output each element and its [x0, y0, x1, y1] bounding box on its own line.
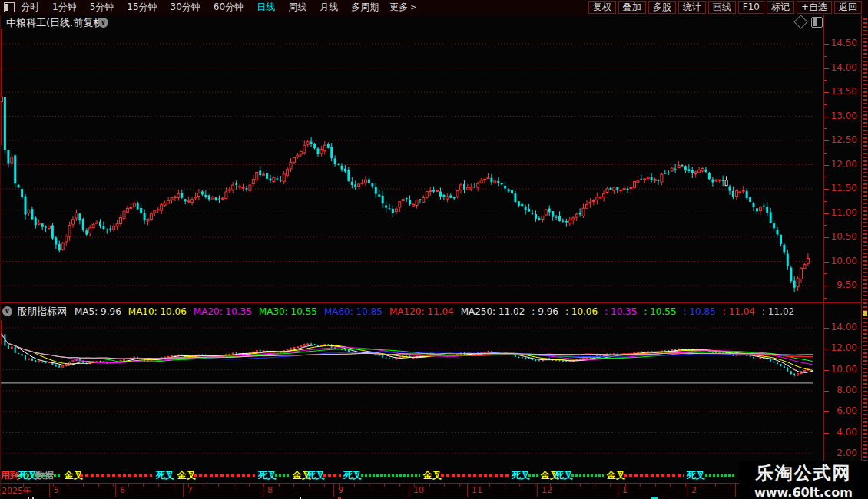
- date-minor-tick: [263, 484, 264, 487]
- main-y-label: 14.00: [827, 62, 857, 73]
- ma-value-4: MA30: 10.55: [259, 306, 317, 317]
- chevron-right-icon: >: [410, 3, 416, 12]
- collapse-chevron-icon[interactable]: ∨: [2, 306, 12, 316]
- date-minor-tick: [399, 484, 400, 487]
- signal-line-red: [194, 474, 255, 477]
- signal-line-green: [705, 474, 736, 477]
- date-minor-tick: [158, 484, 159, 487]
- sub-y-tick: [824, 454, 829, 454]
- toolbar-button-7[interactable]: 标记: [767, 1, 794, 14]
- main-y-minor-tick: [824, 80, 827, 81]
- main-y-tick: [824, 117, 829, 117]
- more-menu[interactable]: 更多>: [389, 1, 416, 14]
- date-axis[interactable]: 2025年 56789101112123: [0, 483, 823, 497]
- date-minor-tick: [595, 484, 595, 487]
- main-y-minor-tick: [824, 177, 827, 177]
- main-y-label: 10.50: [827, 231, 857, 242]
- signal-label-10: 死叉: [343, 469, 362, 482]
- date-minor-tick: [204, 484, 204, 487]
- ma-value-8: : 9.96: [532, 306, 558, 317]
- date-minor-tick: [715, 484, 716, 487]
- main-y-tick: [824, 68, 829, 69]
- date-minor-tick: [279, 484, 280, 487]
- date-minor-tick: [38, 484, 38, 487]
- diamond-icon[interactable]: [793, 15, 807, 28]
- period-tab-10[interactable]: 多周期: [351, 1, 379, 14]
- month-label-9: 9: [338, 485, 343, 495]
- watermark: 乐淘公式网 www.60lt.com: [739, 461, 868, 499]
- date-minor-tick: [565, 484, 565, 487]
- toolbar-button-1[interactable]: 复权: [588, 1, 616, 14]
- period-tab-2[interactable]: 1分钟: [52, 1, 77, 14]
- ma-legend: MA5: 9.96MA10: 10.06MA20: 10.35MA30: 10.…: [75, 306, 794, 317]
- date-minor-tick: [580, 484, 581, 487]
- signal-label-9: 死叉: [306, 469, 325, 482]
- date-minor-tick: [174, 484, 174, 487]
- period-tab-5[interactable]: 30分钟: [171, 1, 200, 14]
- date-minor-tick: [234, 484, 234, 487]
- chart-right-border: [823, 15, 824, 496]
- indicator-name: 股朋指标网: [17, 305, 67, 319]
- period-tabs: 分时1分钟5分钟15分钟30分钟60分钟日线周线月线多周期: [21, 1, 379, 14]
- toolbar-button-8[interactable]: +自选: [797, 1, 832, 14]
- layout-split-icon[interactable]: [4, 2, 15, 12]
- sub-y-label: 10.00: [827, 364, 857, 375]
- month-label-5: 5: [54, 485, 59, 495]
- date-minor-tick: [701, 484, 701, 487]
- signal-label-11: 金叉: [423, 469, 442, 482]
- date-minor-tick: [98, 484, 99, 487]
- main-y-tick: [824, 140, 829, 141]
- date-minor-tick: [324, 484, 325, 487]
- date-minor-tick: [731, 484, 731, 487]
- period-tab-6[interactable]: 60分钟: [214, 1, 244, 14]
- main-y-minor-tick: [824, 201, 827, 202]
- date-minor-tick: [128, 484, 129, 487]
- month-label-8: 8: [267, 485, 273, 495]
- collapse-chevron-icon[interactable]: ∨: [98, 18, 108, 28]
- month-separator: [618, 484, 618, 497]
- sub-y-tick: [824, 433, 829, 434]
- ma-indicator-chart[interactable]: [0, 319, 823, 482]
- toolbar-button-2[interactable]: 叠加: [618, 1, 646, 14]
- date-minor-tick: [459, 484, 460, 487]
- main-y-minor-tick: [824, 273, 827, 274]
- sub-y-tick: [824, 349, 829, 349]
- ma-value-14: : 11.02: [762, 306, 794, 317]
- panel-separator: [0, 302, 861, 303]
- toolbar-button-3[interactable]: 多股: [648, 1, 676, 14]
- month-label-6: 6: [120, 485, 125, 495]
- period-tab-9[interactable]: 月线: [320, 1, 338, 14]
- watermark-site-name: 乐淘公式网: [739, 461, 868, 485]
- ma-value-7: MA250: 11.02: [461, 306, 525, 317]
- chart-title-bar: 中粮科工(日线.前复权) ∨: [0, 15, 823, 29]
- right-side-strip: [861, 15, 868, 499]
- date-minor-tick: [143, 484, 144, 487]
- toolbar-button-5[interactable]: 画线: [708, 1, 736, 14]
- date-minor-tick: [218, 484, 219, 487]
- period-tab-8[interactable]: 周线: [288, 1, 306, 14]
- period-tab-4[interactable]: 15分钟: [127, 1, 157, 14]
- sub-y-tick: [824, 370, 829, 371]
- ma-value-13: : 11.04: [723, 306, 755, 317]
- month-label-10: 10: [413, 485, 424, 495]
- month-separator: [263, 484, 263, 497]
- toolbar-buttons: 复权叠加多股统计画线F10标记+自选返回: [588, 1, 862, 14]
- date-minor-tick: [293, 484, 294, 487]
- date-minor-tick: [655, 484, 656, 487]
- period-tab-7[interactable]: 日线: [257, 1, 275, 14]
- ma-value-12: : 10.85: [684, 306, 716, 317]
- main-candlestick-chart[interactable]: [0, 29, 823, 302]
- period-tab-3[interactable]: 5分钟: [90, 1, 114, 14]
- month-separator: [115, 484, 116, 497]
- main-y-label: 11.50: [827, 183, 857, 193]
- signal-label-15: 金叉: [607, 469, 625, 482]
- toolbar-button-6[interactable]: F10: [738, 1, 764, 14]
- split-window-icon[interactable]: [811, 17, 823, 28]
- more-label: 更多: [389, 2, 408, 12]
- date-minor-tick: [429, 484, 430, 487]
- main-y-label: 13.00: [827, 111, 857, 121]
- yellow-mark: [863, 311, 867, 316]
- toolbar-button-4[interactable]: 统计: [678, 1, 706, 14]
- toolbar-button-9[interactable]: 返回: [834, 1, 862, 14]
- period-tab-1[interactable]: 分时: [21, 1, 39, 14]
